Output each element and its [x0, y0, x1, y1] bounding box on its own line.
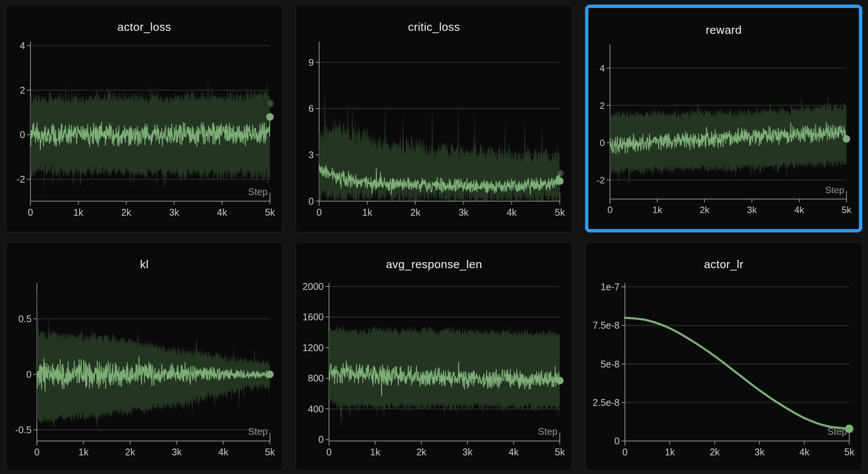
svg-text:3: 3: [308, 150, 314, 160]
svg-text:0: 0: [308, 196, 314, 207]
svg-text:-2: -2: [17, 174, 25, 185]
panel-critic-loss[interactable]: critic_loss 963001k2k3k4k5kStep: [296, 5, 573, 232]
svg-text:1600: 1600: [302, 312, 324, 322]
svg-text:800: 800: [308, 373, 324, 383]
chart-kl: 0.50-0.501k2k3k4k5kStep: [6, 277, 283, 471]
svg-text:0: 0: [600, 138, 605, 148]
svg-text:1k: 1k: [370, 447, 380, 457]
svg-text:3k: 3k: [747, 205, 757, 215]
svg-text:4: 4: [20, 40, 25, 51]
svg-text:2k: 2k: [700, 205, 710, 215]
svg-text:1k: 1k: [73, 207, 84, 218]
svg-text:3k: 3k: [458, 207, 469, 218]
svg-text:2k: 2k: [710, 447, 720, 457]
panel-kl[interactable]: kl 0.50-0.501k2k3k4k5kStep: [6, 242, 283, 471]
svg-text:0: 0: [614, 436, 620, 446]
svg-text:5e-8: 5e-8: [601, 359, 620, 369]
svg-text:3k: 3k: [462, 447, 472, 457]
svg-text:5k: 5k: [555, 207, 565, 218]
svg-text:4k: 4k: [217, 207, 227, 218]
svg-text:2.5e-8: 2.5e-8: [593, 397, 620, 408]
panel-actor-lr[interactable]: actor_lr 1e-77.5e-85e-82.5e-8001k2k3k4k5…: [585, 242, 862, 471]
svg-text:0.5: 0.5: [18, 313, 32, 324]
svg-text:Step: Step: [248, 426, 267, 437]
svg-text:3k: 3k: [755, 447, 765, 457]
svg-text:2k: 2k: [125, 447, 135, 457]
svg-text:1k: 1k: [362, 207, 372, 218]
svg-text:0: 0: [622, 447, 628, 457]
svg-text:5k: 5k: [265, 447, 275, 457]
svg-text:2000: 2000: [302, 281, 324, 292]
svg-text:Step: Step: [538, 426, 557, 437]
metrics-dashboard: actor_loss 420-201k2k3k4k5kStep critic_l…: [0, 0, 868, 474]
svg-text:1k: 1k: [652, 205, 663, 215]
svg-text:6: 6: [308, 103, 314, 114]
chart-critic-loss: 963001k2k3k4k5kStep: [296, 39, 572, 232]
svg-text:1k: 1k: [78, 447, 89, 457]
chart-reward: 420-201k2k3k4k5kStep: [588, 42, 859, 229]
svg-text:2k: 2k: [410, 207, 421, 218]
svg-text:3k: 3k: [172, 447, 182, 457]
svg-text:4k: 4k: [794, 205, 804, 215]
svg-text:7.5e-8: 7.5e-8: [593, 320, 620, 331]
panel-avg-response-len[interactable]: avg_response_len 200016001200800400001k2…: [296, 242, 573, 471]
svg-text:2k: 2k: [121, 207, 132, 218]
svg-text:9: 9: [308, 57, 314, 68]
panel-actor-loss[interactable]: actor_loss 420-201k2k3k4k5kStep: [6, 5, 283, 232]
svg-text:4: 4: [600, 63, 605, 73]
svg-text:3k: 3k: [169, 207, 180, 218]
svg-text:5k: 5k: [555, 447, 565, 457]
chart-title-reward: reward: [588, 8, 859, 42]
svg-text:0: 0: [34, 447, 40, 457]
svg-text:0: 0: [607, 205, 613, 215]
svg-text:5k: 5k: [842, 205, 852, 215]
svg-text:2k: 2k: [416, 447, 426, 457]
svg-text:0: 0: [28, 207, 33, 218]
chart-title-critic-loss: critic_loss: [296, 5, 572, 39]
svg-text:0: 0: [26, 369, 32, 380]
svg-text:1k: 1k: [665, 447, 675, 457]
svg-text:Step: Step: [825, 185, 844, 195]
svg-text:1200: 1200: [302, 342, 324, 353]
svg-text:4k: 4k: [507, 207, 517, 218]
svg-text:5k: 5k: [844, 447, 855, 457]
chart-title-kl: kl: [6, 242, 283, 277]
svg-text:-2: -2: [597, 175, 605, 185]
svg-text:0: 0: [326, 447, 332, 457]
chart-avg-response-len: 200016001200800400001k2k3k4k5kStep: [296, 277, 572, 471]
svg-text:0: 0: [318, 434, 324, 445]
svg-text:5k: 5k: [265, 207, 275, 218]
svg-text:1e-7: 1e-7: [601, 282, 620, 292]
svg-text:2: 2: [600, 100, 605, 111]
svg-text:-0.5: -0.5: [15, 425, 32, 435]
chart-title-actor-loss: actor_loss: [6, 5, 283, 39]
svg-text:0: 0: [316, 207, 322, 218]
svg-text:400: 400: [308, 404, 324, 414]
chart-title-avg-response-len: avg_response_len: [296, 242, 572, 277]
svg-text:2: 2: [20, 85, 25, 95]
svg-text:4k: 4k: [509, 447, 519, 457]
svg-text:4k: 4k: [218, 447, 229, 457]
svg-text:Step: Step: [248, 186, 267, 197]
svg-text:0: 0: [20, 129, 25, 140]
chart-actor-lr: 1e-77.5e-85e-82.5e-8001k2k3k4k5kStep: [585, 277, 862, 471]
chart-title-actor-lr: actor_lr: [585, 242, 862, 277]
chart-actor-loss: 420-201k2k3k4k5kStep: [6, 39, 283, 232]
panel-reward-selected[interactable]: reward 420-201k2k3k4k5kStep: [585, 5, 862, 232]
svg-text:4k: 4k: [800, 447, 810, 457]
